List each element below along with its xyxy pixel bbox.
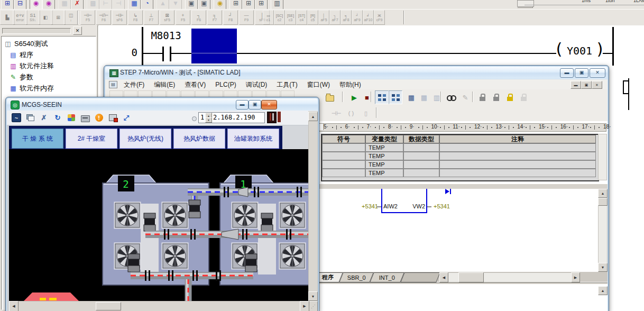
scroll-thumb[interactable] [458, 272, 484, 282]
table-cell-symbol[interactable] [322, 160, 365, 169]
delete-red-icon[interactable]: ✗ [71, 0, 84, 10]
table-cell-var_type[interactable]: TEMP [365, 169, 403, 177]
minimize-button[interactable]: ▬ [236, 100, 249, 109]
windows-cascade-icon[interactable] [25, 113, 35, 123]
ladder-symbol-af10-button[interactable]: ╛aF10 [363, 10, 374, 25]
pou-tab-int_0[interactable]: INT_0 [370, 272, 404, 282]
screen-tab-1[interactable]: 干 燥 系 统 [12, 129, 63, 149]
ladder-symbol-f8-button[interactable]: ↳F8 [128, 10, 143, 25]
fullscreen-icon[interactable]: ⤢ [121, 113, 132, 123]
table-cell-var_type[interactable]: TEMP [365, 160, 403, 169]
zoom-delete-icon[interactable]: ◉ [42, 0, 55, 10]
download-icon[interactable]: ▼ [169, 0, 182, 10]
ladder-symbol-f6-button[interactable]: ┐F6 [191, 10, 206, 25]
scroll-down-icon[interactable]: ▼ [308, 291, 318, 301]
ip-spinner[interactable]: ▲ ▼ [205, 113, 211, 122]
dark-panel-icon[interactable] [267, 112, 277, 123]
table-cell-comment[interactable] [439, 143, 596, 152]
tools-icon[interactable]: ✗ [39, 113, 49, 123]
horizontal-contact-icon[interactable]: ⊢ [99, 0, 112, 10]
sidebar-item-device-memory[interactable]: ▦软元件内存 [9, 84, 54, 93]
screen-tab-3[interactable]: 热风炉(无线) [119, 129, 171, 149]
table-cell-data_type[interactable] [403, 160, 439, 169]
menu-调试d[interactable]: 调试(D) [241, 79, 272, 90]
runtime-monitor-icon[interactable]: ~ [11, 113, 22, 123]
chart-status-icon[interactable]: ▦ [417, 90, 431, 104]
chart-icon[interactable]: ▦ [404, 90, 418, 104]
step7-titlebar[interactable]: ▦ STEP 7-Micro/WIN - 测试 - [SIMATIC LAD] [105, 67, 608, 79]
screen-tab-4[interactable]: 热风炉数据 [173, 129, 225, 149]
table-cell-comment[interactable] [439, 160, 596, 169]
table-cell-data_type[interactable] [403, 143, 439, 152]
run-icon[interactable]: ▶ [347, 90, 361, 104]
screen-tab-2[interactable]: 2# 干燥室 [66, 129, 117, 149]
menu-plcp[interactable]: PLC(P) [210, 80, 241, 89]
vertical-contact-icon[interactable]: ⊣ [112, 0, 125, 10]
upload-icon[interactable]: ▲ [157, 0, 169, 10]
ladder-symbol-c5-button[interactable]: [R]c5 [307, 10, 318, 25]
scroll-thumb[interactable] [96, 302, 121, 310]
tile-window-icon[interactable]: ▣ [198, 0, 210, 10]
pattern-icon[interactable]: ▩ [87, 0, 99, 10]
mdi-document-icon[interactable]: ▤ [109, 81, 117, 88]
table-cell-data_type[interactable] [403, 152, 439, 160]
lock-disabled-icon[interactable] [517, 90, 530, 104]
table-cell-data_type[interactable] [403, 169, 439, 177]
ladder-symbol-f6-button[interactable]: ⊣/⊢F6 [96, 10, 111, 25]
table-cell-var_type[interactable]: TEMP [365, 152, 403, 160]
refresh-icon[interactable]: ↻ [52, 113, 63, 123]
ladder-symbol-c4-button[interactable]: [ST]c4 [296, 10, 307, 25]
column-header-data_type[interactable]: 数据类型 [403, 135, 439, 143]
pou-tab-sbr_0[interactable]: SBR_0 [339, 272, 374, 282]
close-button[interactable]: ✕ [261, 100, 277, 109]
windows-logo-icon[interactable] [66, 113, 77, 123]
ladder-mode-icon[interactable]: ⊞ [1, 0, 14, 10]
mdi-close-button[interactable]: ✕ [592, 81, 602, 89]
table-cell-symbol[interactable] [322, 169, 365, 177]
resize-grip[interactable]: ⋰ [308, 301, 318, 311]
scroll-right-icon[interactable]: ▶ [300, 301, 309, 311]
table-scrollbar[interactable] [598, 134, 607, 180]
ladder-symbol-af5-button[interactable]: │aF5 [318, 10, 329, 25]
sidebar-item-device-comment[interactable]: ▥软元件注释 [9, 61, 54, 71]
ip-address-field[interactable]: 1 ▲ ▼ 2.168.2.190 [198, 112, 265, 123]
scroll-up-icon[interactable]: ▲ [598, 286, 608, 295]
scroll-left-icon[interactable]: ◀ [9, 301, 19, 311]
scroll-down-icon[interactable]: ▼ [598, 263, 608, 272]
menu-查看v[interactable]: 查看(V) [180, 79, 210, 90]
table-cell-symbol[interactable] [322, 143, 365, 152]
ladder-mode2-icon[interactable]: ⊟ [14, 0, 26, 10]
ladder-box-icon[interactable]: ▯ [359, 106, 373, 120]
ladder-contact-icon[interactable]: ⊣⊢ [329, 106, 343, 120]
ladder-cursor-cell[interactable] [191, 29, 237, 63]
mdi-restore-button[interactable]: ▣ [581, 81, 592, 89]
scroll-right-icon[interactable]: ▶ [571, 272, 580, 282]
zoom-window-icon[interactable]: ◉ [30, 0, 42, 10]
ladder-symbol-af8-button[interactable]: ╕aF8 [341, 10, 352, 25]
furnace-shape[interactable] [24, 292, 79, 301]
ladder-symbol-f7-button[interactable]: ⊥F7 [144, 10, 159, 25]
insert-column-icon[interactable]: ⊞ [229, 0, 242, 10]
alert-icon[interactable]: ! [94, 113, 104, 123]
maximize-button[interactable]: ▣ [575, 68, 588, 78]
hmi-mimic-canvas[interactable]: 2 1 [9, 149, 308, 301]
insert-column3-icon[interactable]: ⊞ [255, 0, 268, 10]
ladder-symbol-c1-button[interactable]: ▭c1 [263, 10, 274, 25]
sidebar-item-parameter[interactable]: ✎参数 [9, 72, 33, 82]
program-status-icon[interactable] [445, 90, 458, 104]
cascade-window-icon[interactable]: ▣ [185, 0, 198, 10]
menu-帮助h[interactable]: 帮助(H) [335, 79, 366, 90]
ladder-symbol-c2-button[interactable]: [SC]c2 [274, 10, 285, 25]
table-cell-comment[interactable] [439, 152, 596, 160]
menu-编辑e[interactable]: 编辑(E) [149, 79, 180, 90]
ladder-coil-icon[interactable]: ( ) [344, 106, 358, 120]
ladder-symbol-af9-button[interactable]: ┘aF9 [352, 10, 363, 25]
scroll-up-icon[interactable]: ▲ [598, 189, 608, 198]
panel-grip[interactable] [2, 28, 71, 34]
table-cell-var_type[interactable]: TEMP [365, 143, 403, 152]
trend-icon[interactable]: ▥ [430, 90, 444, 104]
column-header-var_type[interactable]: 变量类型 [365, 135, 403, 143]
close-button[interactable]: ✕ [590, 68, 605, 78]
lock-icon[interactable] [475, 90, 489, 104]
lock-open-icon[interactable] [489, 90, 503, 104]
